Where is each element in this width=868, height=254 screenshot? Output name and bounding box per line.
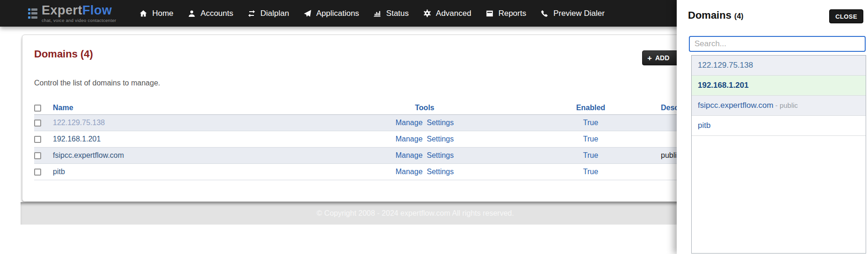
domain-suffix: - public bbox=[774, 101, 798, 109]
nav-item-reports[interactable]: Reports bbox=[478, 0, 534, 27]
book-icon bbox=[485, 9, 494, 17]
select-all-checkbox[interactable] bbox=[34, 105, 41, 112]
brand-name: ExpertFlow bbox=[42, 4, 116, 17]
nav-item-status[interactable]: Status bbox=[366, 0, 416, 27]
row-checkbox[interactable] bbox=[34, 152, 41, 159]
domain-list-item[interactable]: 122.129.75.138 bbox=[692, 56, 866, 76]
copyright-text: © Copyright 2008 - 2024 expertflow.com A… bbox=[317, 209, 514, 218]
exchange-icon bbox=[247, 9, 256, 17]
settings-link[interactable]: Settings bbox=[427, 119, 454, 127]
domain-name-link[interactable]: 122.129.75.138 bbox=[53, 119, 105, 127]
nav-item-accounts[interactable]: Accounts bbox=[181, 0, 240, 27]
domain-list-item[interactable]: pitb bbox=[692, 116, 866, 136]
main-nav: Home Accounts Dialplan Applications Stat… bbox=[132, 0, 611, 27]
domains-panel: Domains (4) CLOSE 122.129.75.138 192.168… bbox=[677, 0, 868, 254]
domain-name-link[interactable]: fsipcc.expertflow.com bbox=[53, 151, 124, 159]
column-header-tools: Tools bbox=[329, 101, 521, 115]
row-checkbox[interactable] bbox=[34, 136, 41, 143]
settings-link[interactable]: Settings bbox=[427, 168, 454, 176]
enabled-value: True bbox=[583, 151, 598, 159]
domain-name-link[interactable]: pitb bbox=[53, 168, 65, 176]
nav-item-dialplan[interactable]: Dialplan bbox=[240, 0, 296, 27]
column-header-enabled[interactable]: Enabled bbox=[521, 101, 661, 115]
settings-link[interactable]: Settings bbox=[427, 135, 454, 143]
close-button[interactable]: CLOSE bbox=[829, 9, 863, 23]
manage-link[interactable]: Manage bbox=[396, 135, 423, 143]
panel-title: Domains (4) bbox=[688, 9, 744, 21]
phone-icon bbox=[540, 9, 549, 17]
brand-grid-icon bbox=[28, 8, 38, 19]
brand-logo[interactable]: ExpertFlow chat, voice and video contact… bbox=[28, 4, 116, 23]
paper-plane-icon bbox=[303, 9, 311, 17]
row-checkbox[interactable] bbox=[34, 169, 41, 176]
manage-link[interactable]: Manage bbox=[396, 151, 423, 159]
domain-name-link[interactable]: 192.168.1.201 bbox=[53, 135, 101, 143]
bar-chart-icon bbox=[373, 9, 382, 17]
row-checkbox[interactable] bbox=[34, 120, 41, 127]
domain-list-item-selected[interactable]: 192.168.1.201 bbox=[692, 76, 866, 96]
domain-list: 122.129.75.138 192.168.1.201 fsipcc.expe… bbox=[691, 55, 866, 254]
settings-link[interactable]: Settings bbox=[427, 151, 454, 159]
enabled-value: True bbox=[583, 119, 598, 127]
add-button[interactable]: + ADD bbox=[642, 50, 679, 65]
plus-icon: + bbox=[647, 54, 652, 62]
manage-link[interactable]: Manage bbox=[396, 168, 423, 176]
nav-item-home[interactable]: Home bbox=[132, 0, 180, 27]
manage-link[interactable]: Manage bbox=[396, 119, 423, 127]
user-icon bbox=[188, 9, 196, 17]
home-icon bbox=[139, 9, 147, 17]
panel-count: (4) bbox=[734, 12, 744, 20]
enabled-value: True bbox=[583, 135, 598, 143]
nav-item-applications[interactable]: Applications bbox=[296, 0, 366, 27]
panel-search-input[interactable] bbox=[689, 36, 866, 52]
column-header-name[interactable]: Name bbox=[53, 101, 329, 115]
brand-tagline: chat, voice and video contactcenter bbox=[42, 18, 116, 23]
enabled-value: True bbox=[583, 168, 598, 176]
nav-item-preview-dialer[interactable]: Preview Dialer bbox=[533, 0, 612, 27]
domain-list-item[interactable]: fsipcc.expertflow.com - public bbox=[692, 96, 866, 116]
nav-item-advanced[interactable]: Advanced bbox=[416, 0, 478, 27]
gear-icon bbox=[423, 9, 431, 17]
